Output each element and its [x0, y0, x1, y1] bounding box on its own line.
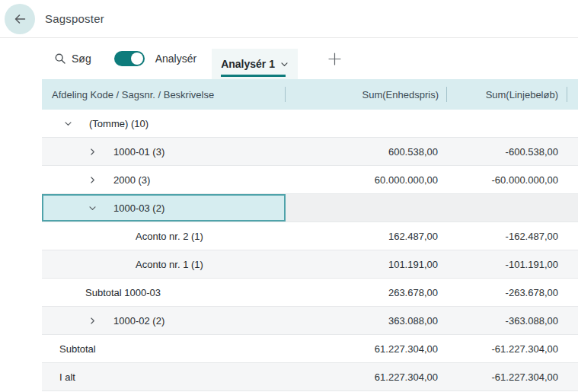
row-value-enhedspris: 60.000.000,00 — [286, 166, 447, 193]
row-label-cell: (Tomme) (10) — [42, 110, 286, 137]
row-label-cell: 1000-02 (2) — [42, 307, 286, 334]
analyze-toggle[interactable] — [114, 51, 145, 66]
row-label-cell: Subtotal — [42, 335, 286, 362]
table-row[interactable]: Aconto nr. 2 (1)162.487,00-162.487,00 — [42, 222, 578, 250]
row-filler — [567, 166, 578, 193]
toggle-knob — [131, 53, 143, 65]
search-icon — [54, 53, 66, 65]
row-label-cell: Aconto nr. 1 (1) — [42, 250, 286, 278]
row-value-enhedspris: 263.678,00 — [286, 279, 447, 306]
top-bar: Sagsposter — [0, 0, 578, 38]
row-value-linjebelob: -61.227.304,00 — [447, 363, 567, 390]
row-filler — [567, 335, 578, 362]
chevron-down-icon[interactable] — [88, 203, 97, 212]
row-value-linjebelob: -263.678,00 — [447, 279, 567, 306]
row-value-linjebelob: -60.000.000,00 — [447, 166, 567, 193]
column-header-filler — [567, 79, 578, 110]
row-value-enhedspris: 162.487,00 — [286, 222, 447, 250]
row-label: I alt — [59, 371, 75, 383]
column-header-label: Afdeling Kode / Sagsnr. / Beskrivelse — [52, 89, 214, 100]
table-row[interactable]: Subtotal 1000-03263.678,00-263.678,00 — [42, 279, 578, 307]
chevron-down-icon — [280, 60, 289, 69]
column-header-group[interactable]: Afdeling Kode / Sagsnr. / Beskrivelse — [42, 79, 286, 110]
row-value-linjebelob: -61.227.304,00 — [447, 335, 567, 362]
row-label-cell: Aconto nr. 2 (1) — [42, 222, 286, 250]
row-value-enhedspris — [286, 110, 447, 137]
page-title: Sagsposter — [45, 12, 104, 25]
column-header-label: Sum(Linjebeløb) — [486, 89, 558, 100]
row-label-cell: 1000-03 (2) — [42, 194, 286, 221]
chevron-down-icon[interactable] — [63, 119, 72, 128]
row-value-enhedspris: 61.227.304,00 — [286, 335, 447, 362]
row-label: Subtotal — [59, 343, 96, 355]
row-filler — [567, 307, 578, 334]
row-label-cell: Subtotal 1000-03 — [42, 279, 286, 306]
arrow-left-icon — [12, 11, 27, 27]
row-label: Aconto nr. 1 (1) — [136, 259, 203, 270]
row-value-linjebelob: -600.538,00 — [447, 138, 567, 165]
toolbar: Søg Analysér Analysér 1 — [42, 38, 578, 79]
row-filler — [567, 222, 578, 250]
table-header-row: Afdeling Kode / Sagsnr. / Beskrivelse Su… — [42, 79, 578, 110]
add-analysis-tab-button[interactable] — [327, 51, 343, 67]
row-value-linjebelob: -101.191,00 — [447, 250, 567, 278]
row-value-linjebelob: -363.088,00 — [447, 307, 567, 334]
row-label: 2000 (3) — [113, 174, 150, 186]
row-value-linjebelob: -162.487,00 — [447, 222, 567, 250]
table-row[interactable]: 1000-01 (3)600.538,00-600.538,00 — [42, 138, 578, 166]
row-filler — [567, 138, 578, 165]
row-label: 1000-03 (2) — [113, 202, 164, 214]
row-label-cell: 1000-01 (3) — [42, 138, 286, 165]
analysis-table: Afdeling Kode / Sagsnr. / Beskrivelse Su… — [42, 79, 578, 391]
row-label-cell: 2000 (3) — [42, 166, 286, 193]
column-header-label: Sum(Enhedspris) — [362, 89, 439, 100]
table-row[interactable]: Subtotal61.227.304,00-61.227.304,00 — [42, 335, 578, 363]
column-header-sum-linjebelob[interactable]: Sum(Linjebeløb) — [447, 79, 567, 110]
row-value-enhedspris: 61.227.304,00 — [286, 363, 447, 390]
row-label: 1000-01 (3) — [113, 146, 164, 158]
table-row[interactable]: I alt61.227.304,00-61.227.304,00 — [42, 363, 578, 391]
chevron-right-icon[interactable] — [88, 147, 97, 156]
row-value-enhedspris: 600.538,00 — [286, 138, 447, 165]
row-filler — [567, 194, 578, 221]
tab-analyser-1[interactable]: Analysér 1 — [212, 49, 298, 79]
row-filler — [567, 110, 578, 137]
row-label: Aconto nr. 2 (1) — [136, 231, 203, 242]
row-value-enhedspris: 363.088,00 — [286, 307, 447, 334]
search-button[interactable]: Søg — [54, 53, 91, 65]
table-row[interactable]: 1000-02 (2)363.088,00-363.088,00 — [42, 307, 578, 335]
search-label: Søg — [72, 53, 91, 65]
row-label: Subtotal 1000-03 — [85, 287, 161, 298]
column-header-sum-enhedspris[interactable]: Sum(Enhedspris) — [286, 79, 447, 110]
chevron-right-icon[interactable] — [88, 175, 97, 184]
table-body: (Tomme) (10)1000-01 (3)600.538,00-600.53… — [42, 110, 578, 391]
table-row[interactable]: 2000 (3)60.000.000,00-60.000.000,00 — [42, 166, 578, 194]
analysis-page: Sagsposter Søg Analysér Analysér 1 — [0, 0, 578, 392]
active-tab-underline — [221, 75, 286, 77]
row-label-cell: I alt — [42, 363, 286, 390]
row-filler — [567, 250, 578, 278]
plus-icon — [327, 51, 343, 67]
tab-label: Analysér 1 — [221, 58, 275, 70]
chevron-right-icon[interactable] — [88, 316, 97, 325]
row-label: (Tomme) (10) — [89, 118, 148, 129]
table-row[interactable]: Aconto nr. 1 (1)101.191,00-101.191,00 — [42, 250, 578, 279]
back-button[interactable] — [5, 4, 35, 34]
row-filler — [567, 363, 578, 390]
analyze-toggle-label: Analysér — [155, 53, 196, 65]
table-row[interactable]: 1000-03 (2) — [42, 194, 578, 222]
row-value-enhedspris — [286, 194, 447, 221]
row-value-enhedspris: 101.191,00 — [286, 250, 447, 278]
row-value-linjebelob — [447, 194, 567, 221]
row-filler — [567, 279, 578, 306]
table-row[interactable]: (Tomme) (10) — [42, 110, 578, 138]
row-label: 1000-02 (2) — [113, 315, 164, 327]
row-value-linjebelob — [447, 110, 567, 137]
